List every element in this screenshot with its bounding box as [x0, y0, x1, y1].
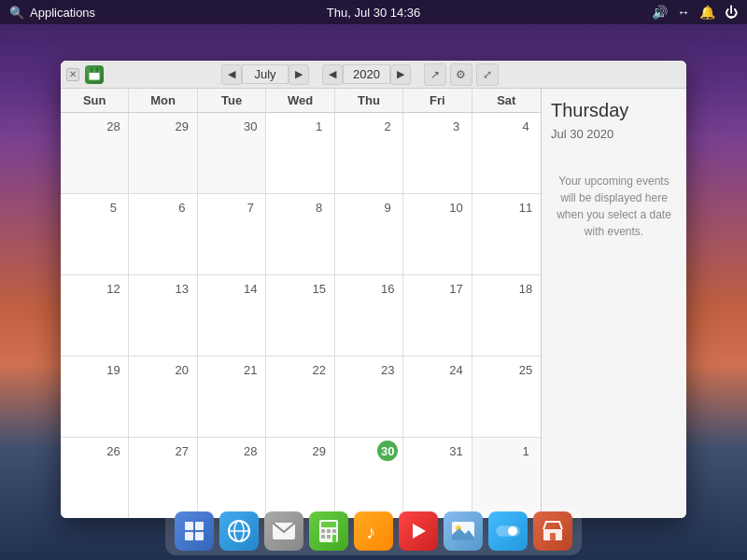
day-number: 5: [103, 197, 123, 217]
volume-icon[interactable]: 🔊: [652, 5, 668, 20]
calendar-day-14[interactable]: 14: [198, 275, 266, 356]
calendar-day-8[interactable]: 8: [266, 194, 334, 274]
calendar-day-17[interactable]: 17: [403, 275, 472, 356]
calendar-day-12[interactable]: 12: [61, 275, 129, 356]
day-number: 7: [240, 197, 261, 217]
calendar-day-20[interactable]: 20: [129, 357, 197, 437]
calendar-day-15[interactable]: 15: [266, 275, 334, 356]
calendar-day-4[interactable]: 4: [472, 113, 541, 193]
svg-rect-1: [89, 70, 100, 73]
day-number: 25: [515, 359, 536, 380]
svg-rect-15: [327, 529, 331, 533]
calendar-day-1[interactable]: 1: [266, 113, 334, 193]
applications-label: Applications: [30, 6, 95, 20]
svg-rect-4: [185, 522, 193, 530]
calendar-header: Sun Mon Tue Wed Thu Fri Sat: [61, 89, 541, 113]
calendar-day-19[interactable]: 19: [61, 357, 129, 437]
calendar-day-11[interactable]: 11: [472, 194, 541, 274]
prev-month-button[interactable]: ◀: [221, 64, 242, 85]
svg-rect-7: [195, 532, 204, 540]
svg-point-25: [508, 526, 517, 536]
svg-rect-27: [550, 533, 556, 540]
calendar-window: ✕ ◀ July ▶ ◀ 2020 ▶ ↗ ⚙ ⤢: [61, 61, 686, 518]
calendar-day-10[interactable]: 10: [403, 194, 472, 274]
day-number: 28: [240, 441, 261, 461]
calendar-day-22[interactable]: 22: [266, 357, 334, 437]
calendar-app-icon: [85, 65, 104, 84]
calendar-day-13[interactable]: 13: [129, 275, 197, 356]
calendar-day-6[interactable]: 6: [129, 194, 197, 274]
calendar-day-23[interactable]: 23: [335, 357, 403, 437]
window-close-button[interactable]: ✕: [66, 68, 79, 81]
settings-dock-icon[interactable]: [488, 511, 528, 551]
weekday-thu: Thu: [335, 89, 403, 112]
week-row-3: 19202122232425: [61, 357, 541, 438]
calendar-day-16[interactable]: 16: [335, 275, 403, 356]
calendar-day-18[interactable]: 18: [472, 275, 541, 356]
day-number: 12: [103, 278, 123, 299]
weekday-sun: Sun: [61, 89, 129, 112]
week-row-0: 2829301234: [61, 113, 541, 194]
weekday-wed: Wed: [266, 89, 334, 112]
next-year-button[interactable]: ▶: [390, 64, 411, 85]
power-icon[interactable]: ⏻: [725, 5, 738, 20]
day-number: 21: [240, 359, 261, 380]
mail-dock-icon[interactable]: [264, 511, 303, 551]
calendar-day-30[interactable]: 30: [198, 113, 266, 193]
weekday-mon: Mon: [129, 89, 197, 112]
calendar-day-2[interactable]: 2: [335, 113, 403, 193]
selected-day-name: Thursday: [551, 100, 677, 121]
svg-rect-2: [91, 68, 92, 72]
svg-rect-18: [327, 535, 331, 539]
music-dock-icon[interactable]: ♪: [354, 511, 393, 551]
calendar-day-28[interactable]: 28: [61, 113, 129, 193]
calendar-day-21[interactable]: 21: [198, 357, 266, 437]
next-month-button[interactable]: ▶: [289, 64, 309, 85]
day-number: 14: [240, 278, 261, 299]
day-number: 10: [446, 197, 467, 217]
browser-dock-icon[interactable]: [219, 511, 259, 551]
calendar-day-3[interactable]: 3: [403, 113, 472, 193]
calendar-day-25[interactable]: 25: [472, 357, 541, 437]
calculator-dock-icon[interactable]: [309, 511, 348, 551]
applications-menu[interactable]: 🔍 Applications: [9, 6, 95, 20]
prev-year-button[interactable]: ◀: [322, 64, 343, 85]
store-dock-icon[interactable]: [533, 511, 572, 551]
network-icon[interactable]: ↔: [677, 5, 690, 20]
month-label: July: [242, 64, 289, 84]
day-number: 29: [309, 441, 330, 461]
video-dock-icon[interactable]: [399, 511, 438, 551]
day-number: 26: [103, 441, 123, 461]
svg-rect-17: [321, 535, 325, 539]
export-button[interactable]: ↗: [424, 63, 446, 86]
svg-rect-16: [332, 529, 336, 533]
calendar-day-5[interactable]: 5: [61, 194, 129, 274]
photos-dock-icon[interactable]: [444, 511, 483, 551]
fullscreen-button[interactable]: ⤢: [476, 63, 499, 86]
day-number: 4: [515, 116, 536, 136]
calendar-day-29[interactable]: 29: [129, 113, 197, 193]
day-number: 9: [377, 197, 398, 217]
day-number: 3: [446, 116, 467, 136]
day-number: 29: [172, 116, 192, 136]
calendar-body: Sun Mon Tue Wed Thu Fri Sat 282930123456…: [61, 89, 686, 518]
settings-button[interactable]: ⚙: [450, 63, 472, 86]
calendar-day-24[interactable]: 24: [403, 357, 472, 437]
app-grid-dock-icon[interactable]: [175, 511, 214, 551]
notification-icon[interactable]: 🔔: [699, 5, 715, 20]
calendar-day-7[interactable]: 7: [198, 194, 266, 274]
day-number: 28: [103, 116, 123, 136]
datetime-display: Thu, Jul 30 14:36: [327, 6, 420, 20]
svg-rect-5: [195, 522, 204, 530]
day-number: 1: [515, 441, 536, 461]
svg-rect-6: [185, 532, 193, 540]
weekday-sat: Sat: [472, 89, 541, 112]
calendar-day-26[interactable]: 26: [61, 438, 129, 518]
day-number: 20: [172, 359, 192, 380]
svg-rect-14: [321, 529, 325, 533]
day-number: 30: [240, 116, 261, 136]
calendar-day-9[interactable]: 9: [335, 194, 403, 274]
day-number: 19: [103, 359, 123, 380]
calendar-weeks: 2829301234567891011121314151617181920212…: [61, 113, 541, 518]
day-number: 16: [377, 278, 398, 299]
